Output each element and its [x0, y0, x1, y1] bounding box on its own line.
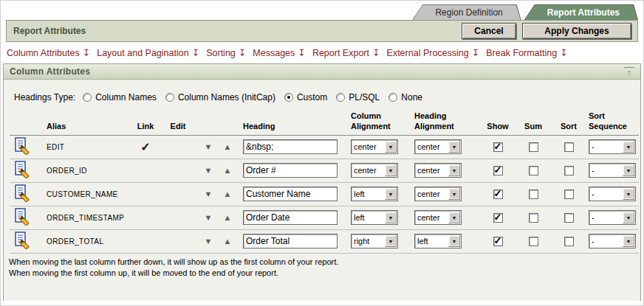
show-checkbox[interactable]: ✓	[493, 166, 503, 175]
radio-icon	[83, 93, 92, 102]
move-up-button[interactable]: ▲	[219, 166, 236, 175]
cancel-button[interactable]: Cancel	[462, 23, 516, 39]
down-arrow-icon: ↧	[372, 48, 380, 58]
edit-cell	[162, 206, 194, 229]
select-value: right	[352, 237, 385, 246]
sort-header: Sort	[550, 110, 587, 135]
column-alignment-header: Column Alignment	[349, 110, 413, 135]
heading-input[interactable]	[243, 234, 338, 248]
dropdown-arrow-icon: ▼	[623, 212, 634, 223]
tab-bar: Region Definition Report Attributes	[1, 1, 643, 20]
column-alignment-select[interactable]: center▼	[351, 139, 398, 154]
sort-checkbox[interactable]: ✓	[564, 189, 574, 199]
edit-column-icon[interactable]	[14, 232, 33, 249]
note-line: When moving the last column further down…	[9, 257, 640, 268]
nav-link-external-processing[interactable]: External Processing	[387, 48, 469, 58]
radio-label: Column Names (InitCap)	[178, 92, 275, 102]
heading-alignment-select[interactable]: center▼	[414, 210, 462, 225]
dropdown-arrow-icon: ▼	[448, 141, 460, 153]
sort-sequence-select[interactable]: -▼	[589, 187, 636, 201]
heading-alignment-select[interactable]: center▼	[414, 187, 462, 201]
sum-checkbox[interactable]: ✓	[529, 237, 538, 246]
move-up-button[interactable]: ▲	[219, 189, 236, 198]
heading-alignment-select[interactable]: center▼	[414, 139, 462, 154]
edit-cell	[162, 135, 194, 159]
radio-none[interactable]: None	[388, 92, 422, 102]
radio-column-names-initcap[interactable]: Column Names (InitCap)	[165, 92, 275, 102]
move-up-button[interactable]: ▲	[219, 213, 236, 222]
heading-input[interactable]	[243, 210, 338, 225]
sum-checkbox[interactable]: ✓	[529, 142, 538, 152]
sort-sequence-header: Sort Sequence	[587, 110, 639, 135]
show-checkbox[interactable]: ✓	[493, 237, 503, 246]
show-checkbox[interactable]: ✓	[493, 213, 503, 223]
column-alignment-select[interactable]: center▼	[351, 163, 398, 178]
dropdown-arrow-icon: ▼	[623, 235, 634, 247]
column-alias: ORDER_TIMESTAMP	[47, 214, 124, 222]
column-alignment-select[interactable]: left▼	[351, 187, 398, 201]
nav-link-messages[interactable]: Messages	[253, 48, 295, 58]
radio-custom[interactable]: Custom	[284, 92, 327, 102]
down-arrow-icon: ↧	[472, 48, 479, 58]
check-icon: ✓	[494, 235, 502, 246]
sort-sequence-select[interactable]: -▼	[589, 210, 636, 225]
sort-sequence-select[interactable]: -▼	[589, 234, 636, 248]
edit-column-icon[interactable]	[14, 208, 33, 226]
move-down-button[interactable]: ▼	[200, 166, 217, 175]
heading-alignment-select[interactable]: center▼	[414, 163, 462, 178]
select-value: -	[589, 189, 623, 198]
region-body: Headings Type: Column Names Column Names…	[4, 80, 640, 301]
show-checkbox[interactable]: ✓	[493, 189, 503, 199]
nav-link-column-attributes[interactable]: Column Attributes	[7, 48, 80, 58]
column-attributes-region: Column Attributes ↑ Headings Type: Colum…	[3, 63, 641, 301]
tab-report-attributes[interactable]: Report Attributes	[521, 4, 638, 20]
radio-column-names[interactable]: Column Names	[83, 92, 157, 102]
sort-checkbox[interactable]: ✓	[564, 213, 574, 223]
sort-checkbox[interactable]: ✓	[564, 142, 574, 152]
column-alignment-select[interactable]: right▼	[351, 234, 398, 248]
radio-icon	[165, 93, 174, 102]
edit-column-icon[interactable]	[14, 184, 33, 202]
sum-checkbox[interactable]: ✓	[529, 166, 538, 175]
radio-icon	[284, 93, 293, 102]
sort-checkbox[interactable]: ✓	[564, 166, 574, 175]
sort-sequence-select[interactable]: -▼	[589, 139, 636, 154]
down-arrow-icon: ↧	[83, 48, 90, 58]
table-row: ORDER_TOTAL ✓ ▼ ▲ right▼ left▼ ✓ ✓ ✓	[10, 229, 639, 253]
table-row: ORDER_ID ✓ ▼ ▲ center▼ center▼ ✓ ✓ ✓	[10, 159, 639, 182]
move-down-button[interactable]: ▼	[200, 213, 217, 222]
heading-input[interactable]	[243, 139, 338, 154]
move-up-button[interactable]: ▲	[219, 142, 236, 151]
nav-link-break-formatting[interactable]: Break Formatting	[486, 48, 557, 58]
nav-link-report-export[interactable]: Report Export	[312, 48, 369, 58]
sort-checkbox[interactable]: ✓	[564, 237, 574, 246]
check-icon: ✓	[494, 212, 502, 223]
edit-column-icon[interactable]	[14, 161, 33, 178]
move-down-button[interactable]: ▼	[200, 237, 217, 246]
move-down-button[interactable]: ▼	[200, 142, 217, 151]
move-up-button[interactable]: ▲	[219, 237, 236, 246]
down-arrow-icon: ↧	[560, 48, 567, 58]
sum-checkbox[interactable]: ✓	[529, 213, 538, 223]
heading-input[interactable]	[243, 163, 338, 178]
apply-changes-button[interactable]: Apply Changes	[522, 23, 631, 39]
nav-link-layout-and-pagination[interactable]: Layout and Pagination	[97, 48, 188, 58]
tab-region-definition[interactable]: Region Definition	[409, 4, 521, 20]
sort-sequence-select[interactable]: -▼	[589, 163, 636, 178]
select-value: center	[415, 189, 448, 198]
move-column-header	[194, 110, 242, 135]
region-header: Column Attributes ↑	[4, 64, 640, 80]
column-alignment-select[interactable]: left▼	[351, 210, 398, 225]
edit-column-icon[interactable]	[14, 137, 33, 155]
heading-alignment-select[interactable]: left▼	[414, 234, 462, 248]
show-checkbox[interactable]: ✓	[493, 142, 503, 152]
tab-label: Report Attributes	[525, 5, 637, 20]
heading-input[interactable]	[243, 187, 338, 201]
collapse-up-icon[interactable]: ↑	[624, 67, 634, 77]
show-header: Show	[479, 110, 516, 135]
select-value: -	[589, 166, 623, 175]
move-down-button[interactable]: ▼	[200, 189, 217, 198]
sum-checkbox[interactable]: ✓	[529, 189, 538, 199]
nav-link-sorting[interactable]: Sorting	[206, 48, 236, 58]
radio-plsql[interactable]: PL/SQL	[336, 92, 380, 102]
